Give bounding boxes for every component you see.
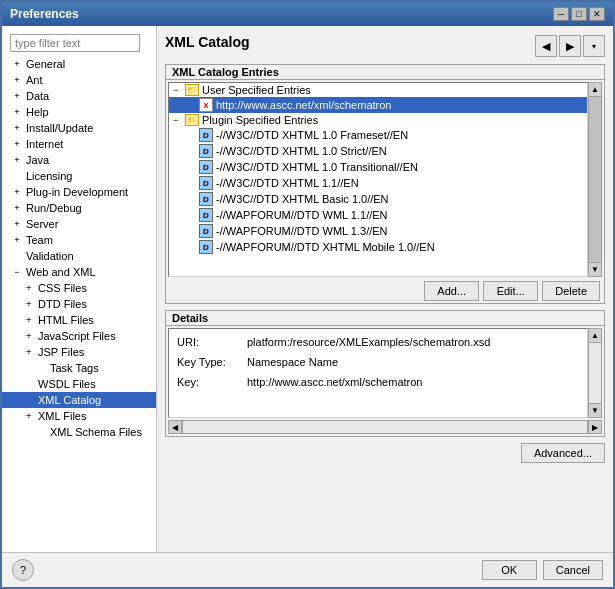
sidebar-item-wsdl[interactable]: + WSDL Files	[2, 376, 156, 392]
sidebar-item-install[interactable]: + Install/Update	[2, 120, 156, 136]
expander-icon: +	[10, 153, 24, 167]
scroll-thumb[interactable]	[589, 97, 601, 262]
entry-buttons: Add... Edit... Delete	[168, 281, 602, 301]
advanced-row: Advanced...	[165, 443, 605, 463]
catalog-item-plugin-folder[interactable]: − 📁 Plugin Specified Entries	[169, 113, 587, 127]
catalog-item-schematron[interactable]: X http://www.ascc.net/xml/schematron	[169, 97, 587, 113]
d-icon: D	[199, 208, 213, 222]
details-group: Details URI: platform:/resource/XMLExamp…	[165, 310, 605, 437]
title-bar: Preferences ─ □ ✕	[2, 2, 613, 26]
expander-icon: +	[10, 121, 24, 135]
expander-icon: +	[10, 73, 24, 87]
sidebar-item-web-xml[interactable]: − Web and XML	[2, 264, 156, 280]
sidebar-item-java[interactable]: + Java	[2, 152, 156, 168]
sidebar-item-xml-schema[interactable]: + XML Schema Files	[2, 424, 156, 440]
catalog-item-wml11[interactable]: D -//WAPFORUM//DTD WML 1.1//EN	[169, 207, 587, 223]
uri-label: URI:	[177, 333, 247, 353]
key-type-label: Key Type:	[177, 353, 247, 373]
hscroll-left[interactable]: ◀	[168, 420, 182, 434]
sidebar: + General + Ant + Data + Help + Install/…	[2, 26, 157, 552]
expander-icon: +	[10, 233, 24, 247]
key-type-value: Namespace Name	[247, 353, 338, 373]
sidebar-item-dtd[interactable]: + DTD Files	[2, 296, 156, 312]
add-button[interactable]: Add...	[424, 281, 479, 301]
details-scroll-up[interactable]: ▲	[589, 329, 601, 343]
sidebar-item-general[interactable]: + General	[2, 56, 156, 72]
catalog-scrollbar[interactable]: ▲ ▼	[588, 82, 602, 277]
d-icon: D	[199, 144, 213, 158]
expander-icon: +	[22, 409, 36, 423]
catalog-item-xhtml10-basic[interactable]: D -//W3C//DTD XHTML Basic 1.0//EN	[169, 191, 587, 207]
dropdown-button[interactable]: ▾	[583, 35, 605, 57]
expander-icon: +	[10, 89, 24, 103]
catalog-list[interactable]: − 📁 User Specified Entries X http://www.…	[168, 82, 588, 277]
catalog-item-xhtml10-trans[interactable]: D -//W3C//DTD XHTML 1.0 Transitional//EN	[169, 159, 587, 175]
window-title: Preferences	[10, 7, 79, 21]
sidebar-item-xml-catalog[interactable]: + XML Catalog	[2, 392, 156, 408]
maximize-button[interactable]: □	[571, 7, 587, 21]
catalog-item-xhtml-mobile[interactable]: D -//WAPFORUM//DTD XHTML Mobile 1.0//EN	[169, 239, 587, 255]
scroll-up-button[interactable]: ▲	[589, 83, 601, 97]
user-folder-label: User Specified Entries	[202, 84, 311, 96]
catalog-item-xhtml11[interactable]: D -//W3C//DTD XHTML 1.1//EN	[169, 175, 587, 191]
delete-button[interactable]: Delete	[542, 281, 600, 301]
details-scrollbar[interactable]: ▲ ▼	[588, 328, 602, 418]
catalog-list-container: − 📁 User Specified Entries X http://www.…	[168, 82, 602, 277]
sidebar-item-plugin-dev[interactable]: + Plug-in Development	[2, 184, 156, 200]
details-scroll-down[interactable]: ▼	[589, 403, 601, 417]
collapse-icon: −	[173, 85, 185, 95]
expander-icon: +	[22, 313, 36, 327]
sidebar-item-run-debug[interactable]: + Run/Debug	[2, 200, 156, 216]
x-icon: X	[199, 98, 213, 112]
expander-icon: +	[10, 57, 24, 71]
sidebar-item-internet[interactable]: + Internet	[2, 136, 156, 152]
uri-row: URI: platform:/resource/XMLExamples/sche…	[177, 333, 579, 353]
catalog-item-wml13[interactable]: D -//WAPFORUM//DTD WML 1.3//EN	[169, 223, 587, 239]
forward-button[interactable]: ▶	[559, 35, 581, 57]
expander-icon: −	[10, 265, 24, 279]
catalog-item-xhtml10-frameset[interactable]: D -//W3C//DTD XHTML 1.0 Frameset//EN	[169, 127, 587, 143]
sidebar-item-js[interactable]: + JavaScript Files	[2, 328, 156, 344]
filter-input[interactable]	[10, 34, 140, 52]
d-icon: D	[199, 224, 213, 238]
wml11-label: -//WAPFORUM//DTD WML 1.1//EN	[216, 209, 388, 221]
details-scroll-area	[589, 343, 601, 403]
expander-icon: +	[22, 345, 36, 359]
minimize-button[interactable]: ─	[553, 7, 569, 21]
key-label: Key:	[177, 373, 247, 393]
sidebar-item-team[interactable]: + Team	[2, 232, 156, 248]
sidebar-item-task-tags[interactable]: + Task Tags	[2, 360, 156, 376]
sidebar-item-server[interactable]: + Server	[2, 216, 156, 232]
cancel-button[interactable]: Cancel	[543, 560, 603, 580]
details-group-title: Details	[166, 311, 604, 326]
xhtml10-basic-label: -//W3C//DTD XHTML Basic 1.0//EN	[216, 193, 389, 205]
hscroll-right[interactable]: ▶	[588, 420, 602, 434]
edit-button[interactable]: Edit...	[483, 281, 538, 301]
ok-button[interactable]: OK	[482, 560, 537, 580]
expander-icon: +	[10, 217, 24, 231]
sidebar-item-help[interactable]: + Help	[2, 104, 156, 120]
sidebar-item-jsp[interactable]: + JSP Files	[2, 344, 156, 360]
sidebar-item-css[interactable]: + CSS Files	[2, 280, 156, 296]
bottom-right-buttons: OK Cancel	[482, 560, 603, 580]
hscroll-track[interactable]	[182, 420, 588, 434]
d-icon: D	[199, 176, 213, 190]
content-area: + General + Ant + Data + Help + Install/…	[2, 26, 613, 552]
sidebar-item-html[interactable]: + HTML Files	[2, 312, 156, 328]
xhtml10-trans-label: -//W3C//DTD XHTML 1.0 Transitional//EN	[216, 161, 418, 173]
sidebar-item-validation[interactable]: + Validation	[2, 248, 156, 264]
catalog-item-user-folder[interactable]: − 📁 User Specified Entries	[169, 83, 587, 97]
help-button[interactable]: ?	[12, 559, 34, 581]
xhtml10-strict-label: -//W3C//DTD XHTML 1.0 Strict//EN	[216, 145, 387, 157]
sidebar-item-licensing[interactable]: + Licensing	[2, 168, 156, 184]
scroll-down-button[interactable]: ▼	[589, 262, 601, 276]
entries-group: XML Catalog Entries − 📁 User Specified E…	[165, 64, 605, 304]
back-button[interactable]: ◀	[535, 35, 557, 57]
sidebar-item-ant[interactable]: + Ant	[2, 72, 156, 88]
sidebar-item-xml-files[interactable]: + XML Files	[2, 408, 156, 424]
main-panel: XML Catalog ◀ ▶ ▾ XML Catalog Entries − …	[157, 26, 613, 552]
catalog-item-xhtml10-strict[interactable]: D -//W3C//DTD XHTML 1.0 Strict//EN	[169, 143, 587, 159]
advanced-button[interactable]: Advanced...	[521, 443, 605, 463]
close-button[interactable]: ✕	[589, 7, 605, 21]
sidebar-item-data[interactable]: + Data	[2, 88, 156, 104]
